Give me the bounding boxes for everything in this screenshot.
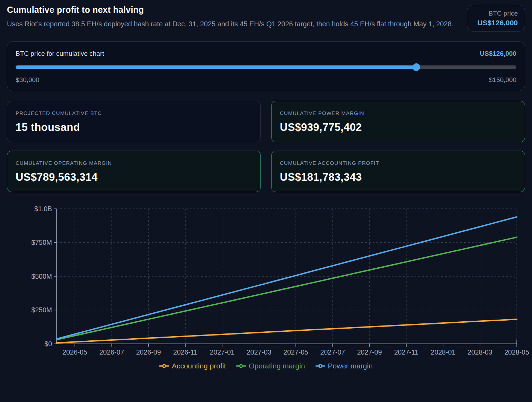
- y-axis-tick-label: $1.0B: [34, 205, 52, 213]
- slider-thumb-handle[interactable]: [413, 63, 420, 71]
- slider-label: BTC price for cumulative chart: [16, 50, 104, 57]
- x-axis-tick-label: 2027-03: [247, 348, 272, 356]
- x-axis-tick-label: 2026-11: [173, 348, 197, 356]
- x-axis-tick-label: 2028-03: [468, 348, 493, 356]
- y-axis-tick-label: $500M: [31, 273, 52, 280]
- x-axis-tick-label: 2027-09: [357, 348, 382, 356]
- legend-marker-icon: [159, 364, 169, 368]
- x-axis-tick-label: 2027-01: [210, 348, 235, 356]
- line-chart-canvas[interactable]: 2026-052026-072026-092026-112027-012027-…: [7, 203, 525, 358]
- legend-marker-icon: [316, 364, 325, 368]
- x-axis-tick-label: 2028-01: [431, 348, 456, 356]
- btc-price-badge-value: US$126,000: [474, 19, 518, 27]
- legend-label: Operating margin: [249, 362, 305, 370]
- dashboard: Cumulative profit to next halving Uses R…: [0, 0, 532, 370]
- stat-value: US$181,783,343: [280, 171, 516, 184]
- stat-label: CUMULATIVE OPERATING MARGIN: [16, 160, 252, 166]
- chart-legend: Accounting profitOperating marginPower m…: [7, 362, 525, 370]
- btc-price-slider[interactable]: [16, 63, 516, 71]
- slider-current-value: US$126,000: [480, 50, 516, 57]
- x-axis-tick-label: 2028-05: [504, 348, 529, 356]
- slider-max-label: $150,000: [489, 76, 516, 84]
- slider-limits: $30,000 $150,000: [16, 76, 516, 84]
- x-axis-tick-label: 2026-09: [136, 348, 161, 356]
- stat-value: 15 thousand: [16, 121, 252, 134]
- y-axis-tick-label: $250M: [31, 306, 52, 314]
- series-line-operating-margin[interactable]: [56, 237, 517, 340]
- legend-item-power-margin[interactable]: Power margin: [316, 362, 373, 370]
- cumulative-profit-chart: 2026-052026-072026-092026-112027-012027-…: [7, 203, 525, 370]
- header: Cumulative profit to next halving Uses R…: [7, 4, 525, 32]
- stat-value: US$939,775,402: [280, 121, 516, 134]
- stat-label: CUMULATIVE ACCOUNTING PROFIT: [280, 160, 516, 166]
- y-axis-tick-label: $750M: [31, 239, 52, 246]
- stats-grid: PROJECTED CUMULATIVE BTC 15 thousand CUM…: [7, 101, 525, 192]
- legend-item-accounting-profit[interactable]: Accounting profit: [159, 362, 226, 370]
- legend-label: Accounting profit: [172, 362, 226, 370]
- stat-label: PROJECTED CUMULATIVE BTC: [16, 110, 252, 116]
- btc-price-badge: BTC price US$126,000: [467, 5, 525, 32]
- x-axis-tick-label: 2027-11: [394, 348, 418, 356]
- stat-card-cumulative-power-margin: CUMULATIVE POWER MARGIN US$939,775,402: [271, 101, 525, 142]
- stat-label: CUMULATIVE POWER MARGIN: [280, 110, 516, 116]
- stat-value: US$789,563,314: [16, 171, 252, 184]
- stat-card-cumulative-operating-margin: CUMULATIVE OPERATING MARGIN US$789,563,3…: [7, 151, 261, 192]
- series-line-power-margin[interactable]: [56, 217, 517, 339]
- series-line-accounting-profit[interactable]: [56, 319, 517, 343]
- x-axis-tick-label: 2026-05: [62, 348, 87, 356]
- btc-price-slider-card: BTC price for cumulative chart US$126,00…: [7, 41, 525, 91]
- legend-marker-icon: [236, 364, 246, 368]
- x-axis-tick-label: 2027-05: [283, 348, 308, 356]
- header-text: Cumulative profit to next halving Uses R…: [7, 4, 453, 29]
- x-axis-tick-label: 2026-07: [99, 348, 124, 356]
- stat-card-projected-cumulative-btc: PROJECTED CUMULATIVE BTC 15 thousand: [7, 101, 261, 142]
- legend-item-operating-margin[interactable]: Operating margin: [236, 362, 305, 370]
- page-subtitle: Uses Riot’s reported 38.5 EH/s deployed …: [7, 19, 453, 29]
- slider-header: BTC price for cumulative chart US$126,00…: [16, 50, 516, 57]
- slider-fill: [16, 65, 416, 69]
- slider-min-label: $30,000: [16, 76, 39, 84]
- y-axis-tick-label: $0: [44, 340, 52, 348]
- x-axis-tick-label: 2027-07: [320, 348, 345, 356]
- page-title: Cumulative profit to next halving: [7, 4, 453, 15]
- legend-label: Power margin: [328, 362, 373, 370]
- btc-price-badge-label: BTC price: [474, 10, 518, 17]
- stat-card-cumulative-accounting-profit: CUMULATIVE ACCOUNTING PROFIT US$181,783,…: [271, 151, 525, 192]
